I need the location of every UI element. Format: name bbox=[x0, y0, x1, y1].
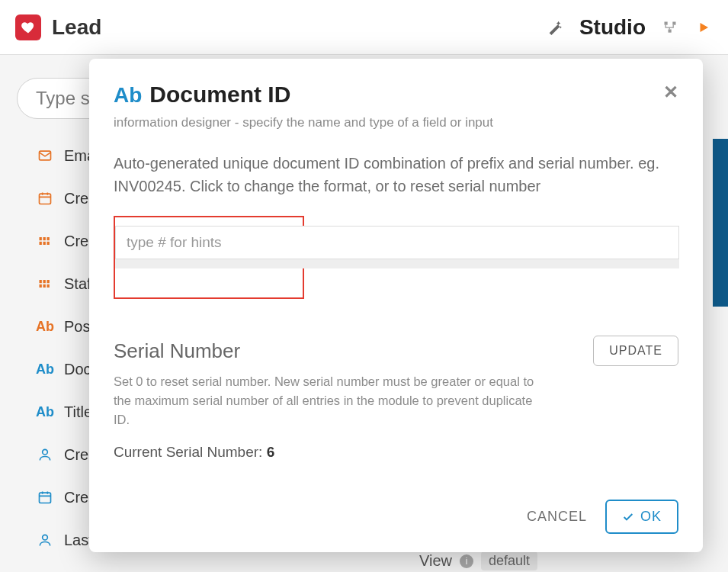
sidebar-item-label: Staf bbox=[64, 275, 91, 293]
svg-rect-9 bbox=[43, 242, 46, 245]
page-title: Lead bbox=[52, 15, 101, 40]
svg-rect-6 bbox=[43, 237, 46, 240]
heart-icon bbox=[15, 14, 41, 40]
svg-rect-1 bbox=[672, 21, 675, 24]
dialog-title: Document ID bbox=[149, 82, 290, 108]
search-placeholder: Type s bbox=[36, 88, 90, 109]
format-section: Format Ab bbox=[114, 198, 678, 299]
close-icon[interactable]: ✕ bbox=[663, 82, 678, 103]
format-input-shadow bbox=[115, 259, 679, 268]
svg-rect-2 bbox=[669, 29, 672, 32]
serial-current: Current Serial Number: 6 bbox=[114, 444, 678, 461]
calendar-icon bbox=[37, 190, 53, 207]
svg-rect-10 bbox=[47, 242, 50, 245]
serial-heading-row: Serial Number UPDATE bbox=[114, 336, 678, 366]
svg-rect-5 bbox=[40, 237, 42, 240]
ab-icon: Ab bbox=[114, 83, 142, 108]
svg-rect-8 bbox=[40, 242, 42, 245]
serial-heading: Serial Number bbox=[114, 339, 240, 363]
svg-rect-16 bbox=[47, 284, 50, 288]
right-panel bbox=[713, 139, 728, 307]
dialog-title-row: Ab Document ID bbox=[114, 82, 290, 108]
svg-rect-18 bbox=[40, 493, 51, 503]
dialog-subtitle: information designer - specify the name … bbox=[114, 115, 678, 130]
svg-rect-0 bbox=[665, 21, 668, 24]
dialog-footer: CANCEL OK bbox=[114, 484, 678, 534]
svg-rect-11 bbox=[40, 280, 42, 283]
studio-label[interactable]: Studio bbox=[579, 15, 646, 40]
svg-point-19 bbox=[43, 535, 48, 540]
svg-point-17 bbox=[43, 449, 48, 455]
ok-button-label: OK bbox=[640, 509, 662, 525]
svg-rect-14 bbox=[40, 284, 42, 288]
sidebar-item-label: Title bbox=[64, 403, 92, 421]
topbar-left: Lead bbox=[15, 14, 101, 40]
view-chip[interactable]: default bbox=[481, 551, 537, 570]
svg-rect-4 bbox=[40, 194, 51, 204]
cancel-button[interactable]: CANCEL bbox=[527, 509, 587, 525]
svg-rect-12 bbox=[43, 280, 46, 283]
svg-rect-15 bbox=[43, 284, 46, 288]
svg-rect-7 bbox=[47, 237, 50, 240]
topbar-right: Studio bbox=[546, 15, 713, 40]
nodes-icon[interactable] bbox=[661, 18, 679, 37]
document-id-dialog: Ab Document ID ✕ information designer - … bbox=[89, 59, 703, 552]
update-button[interactable]: UPDATE bbox=[593, 336, 678, 366]
person-icon bbox=[37, 532, 53, 548]
sidebar-item-label: Doc bbox=[64, 361, 91, 378]
serial-help-text: Set 0 to reset serial number. New serial… bbox=[114, 372, 540, 429]
dialog-description: Auto-generated unique document ID combin… bbox=[114, 152, 678, 198]
ab-icon: Ab bbox=[37, 318, 53, 335]
ok-button[interactable]: OK bbox=[605, 500, 678, 534]
check-icon bbox=[622, 511, 634, 523]
format-input[interactable] bbox=[115, 226, 679, 259]
view-label: View bbox=[419, 552, 452, 570]
topbar: Lead Studio bbox=[0, 0, 728, 55]
serial-current-prefix: Current Serial Number: bbox=[114, 444, 267, 460]
play-icon[interactable] bbox=[694, 18, 713, 37]
person-icon bbox=[37, 446, 53, 463]
dialog-header: Ab Document ID ✕ bbox=[114, 82, 678, 108]
wand-icon[interactable] bbox=[546, 18, 564, 37]
ab-icon: Ab bbox=[37, 361, 53, 378]
bottom-strip: View i default bbox=[419, 551, 537, 570]
ab-icon: Ab bbox=[37, 403, 53, 420]
calendar-icon bbox=[37, 489, 53, 506]
info-icon[interactable]: i bbox=[460, 554, 473, 568]
grid-icon bbox=[37, 275, 53, 292]
serial-number-section: Serial Number UPDATE Set 0 to reset seri… bbox=[114, 336, 678, 461]
mail-icon bbox=[37, 147, 53, 164]
svg-rect-13 bbox=[47, 280, 50, 283]
serial-current-value: 6 bbox=[267, 444, 275, 460]
grid-icon bbox=[37, 233, 53, 249]
